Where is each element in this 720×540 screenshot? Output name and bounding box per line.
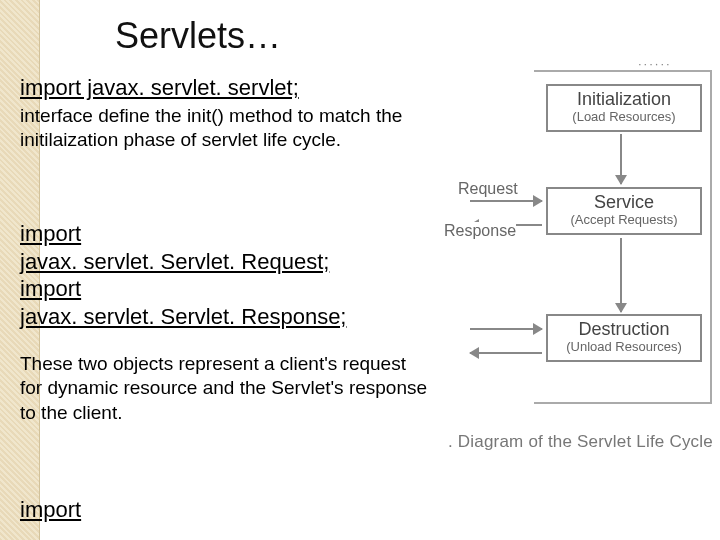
phase-subtitle: (Load Resources) <box>550 110 698 124</box>
section-import-servlet: import javax. servlet. servlet; interfac… <box>20 74 430 152</box>
arrow-right-icon <box>470 328 542 330</box>
arrow-left-icon <box>470 352 542 354</box>
slide-title: Servlets… <box>115 15 281 57</box>
phase-service: Service (Accept Requests) <box>546 187 702 235</box>
phase-title: Destruction <box>550 320 698 340</box>
import-statement: import <box>20 220 430 248</box>
request-label: Request <box>458 180 518 198</box>
arrow-down-icon <box>620 238 622 312</box>
section-import-truncated: import <box>20 496 430 524</box>
phase-initialization: Initialization (Load Resources) <box>546 84 702 132</box>
diagram-caption: . Diagram of the Servlet Life Cycle <box>448 432 710 452</box>
response-label: Response <box>444 222 516 240</box>
import-statement: javax. servlet. Servlet. Response; <box>20 303 430 331</box>
slide: Servlets… import javax. servlet. servlet… <box>0 0 720 540</box>
body-text: These two objects represent a client's r… <box>20 352 430 425</box>
server-label: ······ <box>638 56 672 71</box>
section-request-response-desc: These two objects represent a client's r… <box>20 352 430 425</box>
import-statement: javax. servlet. Servlet. Request; <box>20 248 430 276</box>
phase-destruction: Destruction (Unload Resources) <box>546 314 702 362</box>
arrow-down-icon <box>620 134 622 184</box>
import-statement: import <box>20 496 430 524</box>
arrow-right-icon <box>470 200 542 202</box>
phase-subtitle: (Unload Resources) <box>550 340 698 354</box>
section-import-request-response: import javax. servlet. Servlet. Request;… <box>20 220 430 330</box>
phase-title: Service <box>550 193 698 213</box>
import-statement: import <box>20 275 430 303</box>
phase-subtitle: (Accept Requests) <box>550 213 698 227</box>
phase-title: Initialization <box>550 90 698 110</box>
import-description: interface define the init() method to ma… <box>20 104 430 153</box>
import-statement: import javax. servlet. servlet; <box>20 74 430 102</box>
